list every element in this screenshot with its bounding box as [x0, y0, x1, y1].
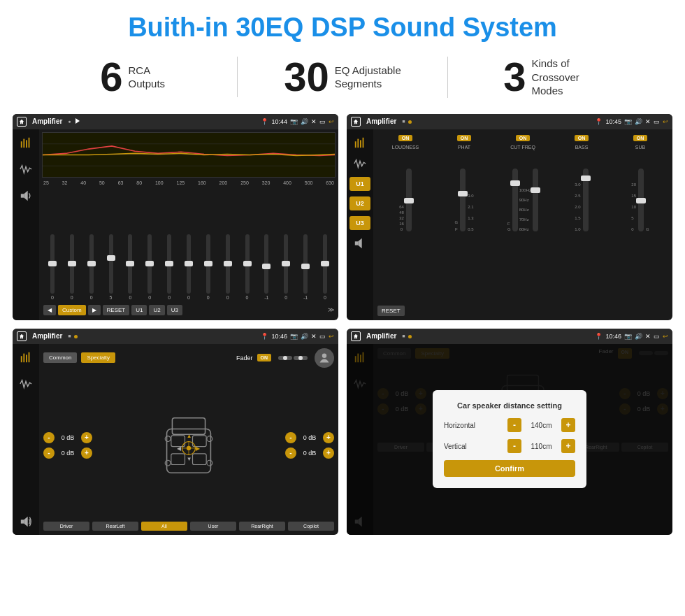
eq-slider-5[interactable]: 0: [140, 234, 159, 300]
eq-slider-12[interactable]: 0: [277, 234, 295, 300]
eq-slider-0[interactable]: 0: [43, 234, 62, 300]
loudness-toggle[interactable]: ON: [398, 135, 413, 141]
driver-btn[interactable]: Driver: [43, 522, 89, 531]
db-minus-2[interactable]: -: [285, 432, 296, 443]
horizontal-label: Horizontal: [444, 422, 486, 429]
horizontal-minus-btn[interactable]: -: [507, 418, 521, 432]
eq-expand-icon[interactable]: ≫: [328, 306, 334, 313]
eq-slider-10[interactable]: 0: [238, 234, 257, 300]
horizontal-plus-btn[interactable]: +: [561, 418, 575, 432]
db-plus-2[interactable]: +: [323, 432, 334, 443]
equalizer-icon[interactable]: [17, 135, 35, 150]
stat-crossover: 3 Kinds of Crossover Modes: [447, 57, 657, 98]
eq-icon-3[interactable]: [17, 350, 35, 365]
sub-toggle[interactable]: ON: [633, 135, 648, 141]
eq-slider-11[interactable]: -1: [257, 234, 275, 300]
eq-next-btn[interactable]: ▶: [88, 305, 101, 315]
rec-dot-3: ■: [68, 334, 71, 338]
fader-label: Fader: [236, 354, 253, 361]
waveform-icon-3[interactable]: [17, 376, 35, 392]
bass-toggle[interactable]: ON: [575, 135, 589, 141]
back-icon[interactable]: ↩: [329, 118, 334, 125]
u1-channel-btn[interactable]: U1: [349, 177, 370, 191]
app-title-3: Amplifier: [32, 332, 62, 340]
user-btn[interactable]: User: [190, 522, 236, 531]
svg-rect-16: [23, 353, 24, 362]
db-minus-3[interactable]: -: [285, 447, 296, 459]
cutfreq-toggle[interactable]: ON: [516, 135, 531, 141]
home-icon[interactable]: [17, 117, 27, 127]
db-minus-1[interactable]: -: [43, 447, 55, 459]
crossover-reset-btn[interactable]: RESET: [377, 306, 405, 316]
db-minus-0[interactable]: -: [43, 432, 55, 443]
back-icon-4[interactable]: ↩: [663, 333, 668, 340]
speaker-icon-2[interactable]: [351, 236, 369, 251]
waveform-icon[interactable]: [17, 162, 35, 177]
person-icon-btn[interactable]: [315, 348, 334, 368]
phat-slider[interactable]: [460, 169, 466, 231]
distance-dialog-overlay: Car speaker distance setting Horizontal …: [347, 344, 672, 535]
u3-channel-btn[interactable]: U3: [349, 216, 370, 230]
eq-slider-9[interactable]: 0: [219, 234, 237, 300]
db-plus-0[interactable]: +: [81, 432, 92, 443]
time-2: 10:45: [605, 118, 621, 125]
eq-preset-btn[interactable]: Custom: [58, 305, 86, 315]
rearright-btn[interactable]: RearRight: [239, 522, 285, 531]
db-plus-1[interactable]: +: [81, 447, 92, 459]
common-tab[interactable]: Common: [43, 352, 77, 363]
rearleft-btn[interactable]: RearLeft: [92, 522, 138, 531]
eq-u3-btn[interactable]: U3: [167, 305, 182, 315]
waveform-icon-2[interactable]: [351, 156, 369, 171]
home-icon-2[interactable]: [351, 117, 361, 127]
crossover-main-area: ON LOUDNESS 64 48 32 16 0: [373, 129, 672, 320]
copilot-btn[interactable]: Copilot: [288, 522, 334, 531]
home-icon-4[interactable]: [351, 331, 361, 341]
svg-rect-2: [26, 140, 27, 148]
fader-toggle[interactable]: ON: [257, 354, 272, 361]
eq-slider-14[interactable]: 0: [316, 234, 334, 300]
specialty-tab[interactable]: Specialty: [81, 352, 115, 363]
eq-reset-btn[interactable]: RESET: [103, 305, 130, 315]
eq-slider-7[interactable]: 0: [180, 234, 198, 300]
eq-slider-3[interactable]: 5: [102, 234, 120, 300]
eq-slider-2[interactable]: 0: [82, 234, 101, 300]
cutfreq-slider-2[interactable]: [533, 169, 538, 231]
eq-prev-btn[interactable]: ◀: [43, 305, 56, 315]
sub-slider[interactable]: [638, 169, 644, 231]
eq-slider-1[interactable]: 0: [63, 234, 81, 300]
play-icon-1: [75, 118, 80, 125]
screen-eq: Amplifier ● 📍 10:44 📷 🔊 ✕ ▭ ↩: [13, 114, 338, 320]
vertical-minus-btn[interactable]: -: [507, 439, 521, 453]
all-btn[interactable]: All: [141, 522, 187, 531]
speaker-icon[interactable]: [17, 188, 35, 203]
eq-slider-4[interactable]: 0: [121, 234, 139, 300]
camera-icon-4: 📷: [624, 333, 632, 340]
status-icons-4: 📍 10:46 📷 🔊 ✕ ▭ ↩: [595, 333, 668, 340]
bass-slider[interactable]: [583, 169, 589, 231]
svg-rect-1: [23, 138, 24, 148]
location-icon: 📍: [261, 118, 268, 125]
screen-fader: Amplifier ■ 📍 10:46 📷 🔊 ✕ ▭ ↩: [13, 329, 338, 535]
db-row-3: - 0 dB +: [285, 447, 334, 459]
stat-eq-number: 30: [284, 57, 329, 97]
db-plus-3[interactable]: +: [323, 447, 334, 459]
eq-slider-6[interactable]: 0: [160, 234, 178, 300]
eq-u1-btn[interactable]: U1: [131, 305, 147, 315]
loudness-slider[interactable]: [406, 169, 412, 231]
back-icon-2[interactable]: ↩: [663, 118, 668, 125]
cutfreq-slider-1[interactable]: [512, 169, 518, 231]
u2-channel-btn[interactable]: U2: [349, 196, 370, 210]
eq-slider-13[interactable]: -1: [296, 234, 315, 300]
back-icon-3[interactable]: ↩: [329, 333, 334, 340]
eq-slider-8[interactable]: 0: [199, 234, 217, 300]
eq-icon-2[interactable]: [351, 135, 369, 150]
eq-u2-btn[interactable]: U2: [149, 305, 164, 315]
speaker-icon-3[interactable]: [17, 514, 35, 529]
volume-icon-3: 🔊: [301, 333, 308, 340]
volume-icon: 🔊: [301, 118, 308, 125]
home-icon-3[interactable]: [17, 331, 27, 341]
vertical-plus-btn[interactable]: +: [561, 439, 575, 453]
phat-toggle[interactable]: ON: [457, 135, 472, 141]
confirm-button[interactable]: Confirm: [444, 460, 575, 477]
status-icons-1: 📍 10:44 📷 🔊 ✕ ▭ ↩: [261, 118, 334, 125]
